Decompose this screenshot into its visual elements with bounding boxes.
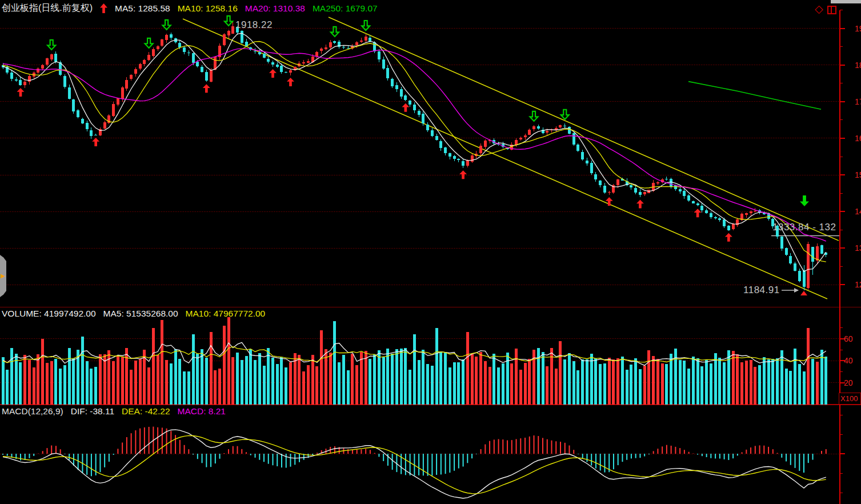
- price-axis-label: 1200: [855, 280, 861, 289]
- sell-signal-arrow-icon: [362, 21, 370, 30]
- buy-signal-arrow-icon: [402, 103, 409, 112]
- buy-signal-arrow-icon: [287, 78, 294, 86]
- vol-ma10-readout: MA10: 47967772.00: [186, 309, 266, 319]
- chart-canvas[interactable]: [0, 0, 861, 504]
- volume-readout: VOLUME: 41997492.00: [2, 309, 96, 319]
- ma10-readout: MA10: 1258.16: [178, 3, 238, 14]
- price-range-label: 1333.84 - 132: [772, 222, 836, 233]
- price-axis-label: 1700: [855, 97, 861, 106]
- price-axis-label: 1600: [855, 134, 861, 143]
- buy-signal-arrow-icon: [92, 138, 99, 146]
- split-window-icon[interactable]: [827, 6, 836, 14]
- buy-signal-arrow-icon: [203, 84, 210, 93]
- price-axis-label: 1400: [855, 207, 861, 216]
- panel-expand-handle[interactable]: ▶: [0, 255, 6, 297]
- vol-ma5-readout: MA5: 51535268.00: [103, 309, 178, 319]
- price-axis-label: 1300: [855, 243, 861, 253]
- sell-signal-arrow-icon: [530, 111, 538, 121]
- buy-signal-arrow-icon: [694, 209, 702, 217]
- main-pane-header: 创业板指(日线.前复权) MA5: 1285.58 MA10: 1258.16 …: [2, 2, 378, 14]
- buy-signal-arrow-icon: [17, 88, 24, 97]
- macd-params-label: MACD(12,26,9): [2, 406, 63, 417]
- ma20-readout: MA20: 1310.38: [245, 3, 305, 14]
- sell-marker-arrow-icon: [800, 195, 809, 206]
- price-axis-label: 1500: [855, 170, 861, 179]
- up-arrow-icon: [100, 3, 107, 13]
- volume-axis-label: 20: [844, 378, 853, 387]
- expand-arrow-icon: ▶: [1, 273, 5, 279]
- volume-axis-label: 40: [844, 356, 853, 365]
- ma250-readout: MA250: 1679.07: [313, 3, 378, 14]
- buy-signal-arrow-icon: [606, 197, 613, 206]
- price-axis-label: 1800: [855, 61, 861, 70]
- diamond-icon[interactable]: ◇: [815, 2, 823, 15]
- sell-signal-arrow-icon: [145, 38, 153, 48]
- volume-axis-label: 60: [844, 334, 853, 343]
- buy-signal-arrow-icon: [269, 69, 277, 78]
- price-axis-label: 1900: [855, 24, 861, 33]
- scrollbar-strip[interactable]: [831, 0, 861, 3]
- sell-signal-arrow-icon: [561, 110, 569, 119]
- low-point-triangle-icon: [800, 291, 807, 295]
- macd-readout: MACD: 8.21: [178, 406, 226, 417]
- buy-signal-arrow-icon: [459, 170, 467, 179]
- buy-signal-arrow-icon: [725, 233, 732, 242]
- ma5-readout: MA5: 1285.58: [115, 3, 170, 14]
- volume-unit-label: X100: [839, 393, 861, 405]
- trading-app-screen: 创业板指(日线.前复权) MA5: 1285.58 MA10: 1258.16 …: [0, 0, 861, 504]
- sell-signal-arrow-icon: [225, 16, 233, 26]
- dea-readout: DEA: -42.22: [122, 406, 170, 417]
- dif-readout: DIF: -38.11: [71, 406, 114, 417]
- buy-signal-arrow-icon: [636, 199, 644, 208]
- low-price-label: 1184.91: [743, 285, 780, 296]
- macd-pane-header: MACD(12,26,9) DIF: -38.11 DEA: -42.22 MA…: [2, 406, 226, 417]
- symbol-title: 创业板指(日线.前复权): [2, 2, 93, 14]
- volume-pane-header: VOLUME: 41997492.00 MA5: 51535268.00 MA1…: [2, 309, 265, 319]
- sell-signal-arrow-icon: [47, 40, 55, 50]
- peak-price-label: 1918.22: [235, 19, 273, 31]
